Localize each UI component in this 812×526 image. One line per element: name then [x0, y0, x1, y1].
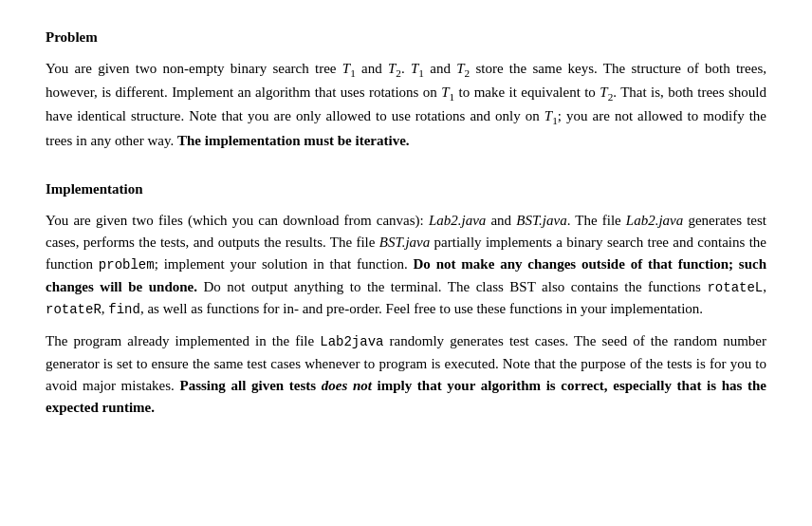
implementation-paragraph-2: The program already implemented in the f… — [46, 330, 766, 419]
page-container: Problem You are given two non-empty bina… — [0, 0, 812, 526]
implementation-section: Implementation You are given two files (… — [46, 178, 766, 420]
problem-title: Problem — [46, 27, 766, 48]
problem-section: Problem You are given two non-empty bina… — [46, 27, 766, 152]
implementation-title: Implementation — [46, 178, 766, 200]
problem-paragraph: You are given two non-empty binary searc… — [46, 58, 766, 153]
implementation-paragraph-1: You are given two files (which you can d… — [46, 210, 766, 322]
